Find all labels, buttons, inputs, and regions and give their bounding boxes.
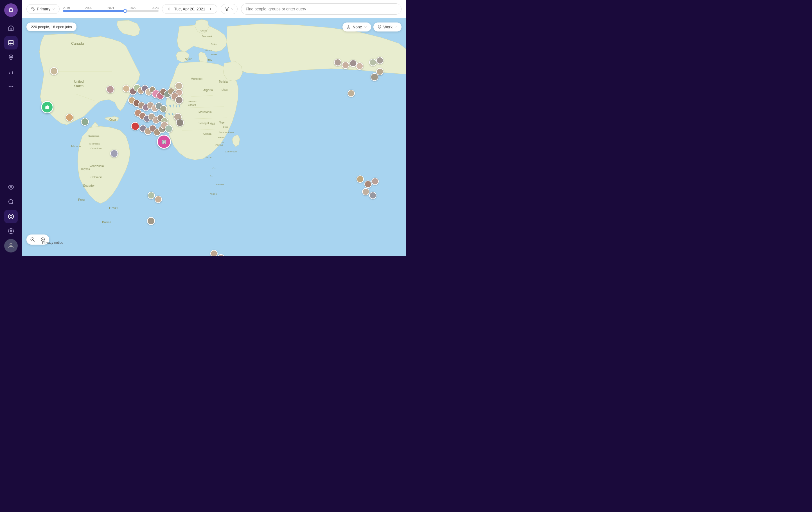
eu-pin-2[interactable] bbox=[342, 62, 349, 69]
africa-pin-2[interactable] bbox=[365, 180, 372, 188]
sidebar-item-more[interactable] bbox=[4, 80, 18, 93]
person-pin-2[interactable] bbox=[65, 114, 74, 121]
svg-point-14 bbox=[10, 216, 12, 217]
person-pin-3[interactable] bbox=[81, 118, 89, 126]
svg-text:Libya: Libya bbox=[222, 88, 228, 91]
zoom-divider bbox=[38, 237, 38, 243]
eu-pin-5[interactable] bbox=[369, 59, 376, 66]
year-2021: 2021 bbox=[108, 6, 114, 9]
eu-pin-6[interactable] bbox=[376, 57, 383, 64]
person-pin-41[interactable] bbox=[175, 96, 183, 104]
svg-point-9 bbox=[10, 86, 11, 87]
sidebar-item-plugin[interactable] bbox=[4, 210, 18, 223]
search-input[interactable] bbox=[241, 3, 402, 15]
map-area[interactable]: North Atlantic Ocean Canada United State… bbox=[22, 18, 406, 256]
sidebar-item-documents[interactable] bbox=[4, 36, 18, 50]
svg-text:Burkina Faso: Burkina Faso bbox=[219, 131, 234, 134]
sa-pin-3[interactable] bbox=[210, 250, 218, 256]
topbar: Primary 2019 2020 2021 2022 2023 Tue, Ap bbox=[22, 0, 406, 18]
africa-pin-3[interactable] bbox=[371, 178, 379, 185]
slider-track[interactable] bbox=[63, 10, 158, 12]
person-pin-1[interactable] bbox=[50, 67, 58, 75]
svg-point-83 bbox=[379, 26, 380, 27]
sidebar-item-eye[interactable] bbox=[4, 180, 18, 194]
info-badge-text: 220 people, 18 open jobs bbox=[31, 25, 72, 29]
svg-text:Sahara: Sahara bbox=[188, 104, 196, 106]
year-2020: 2020 bbox=[85, 6, 92, 9]
sa-pin-1[interactable] bbox=[148, 192, 155, 199]
north-pin[interactable] bbox=[175, 82, 183, 90]
privacy-notice[interactable]: Privacy notice bbox=[42, 241, 63, 245]
africa-pin-5[interactable] bbox=[369, 192, 376, 199]
svg-text:Colombia: Colombia bbox=[90, 176, 103, 179]
primary-button[interactable]: Primary bbox=[26, 4, 60, 14]
svg-text:United: United bbox=[200, 30, 207, 32]
svg-rect-0 bbox=[9, 40, 13, 45]
person-pin-4[interactable] bbox=[106, 85, 114, 93]
svg-text:Namibia: Namibia bbox=[216, 183, 224, 186]
eu-spain-pin[interactable] bbox=[348, 90, 355, 97]
filter-button[interactable] bbox=[221, 4, 238, 14]
sidebar bbox=[0, 0, 22, 256]
office-pin-west[interactable] bbox=[41, 101, 53, 113]
svg-text:Mali: Mali bbox=[210, 122, 215, 125]
svg-point-10 bbox=[12, 86, 13, 87]
svg-text:Niger: Niger bbox=[219, 121, 226, 124]
sidebar-item-home[interactable] bbox=[4, 21, 18, 35]
person-pin-27[interactable] bbox=[160, 105, 167, 112]
svg-text:Nicaragua: Nicaragua bbox=[89, 143, 100, 145]
svg-point-77 bbox=[348, 26, 349, 26]
svg-marker-23 bbox=[225, 7, 229, 11]
date-navigation[interactable]: Tue, Apr 20, 2021 bbox=[162, 4, 218, 14]
svg-point-12 bbox=[9, 200, 13, 204]
svg-text:D...: D... bbox=[212, 166, 216, 169]
svg-text:Tunisia: Tunisia bbox=[219, 80, 228, 83]
svg-text:Morocco: Morocco bbox=[191, 77, 202, 80]
africa-pin-1[interactable] bbox=[356, 175, 364, 183]
timeline-slider[interactable]: 2019 2020 2021 2022 2023 bbox=[63, 6, 158, 12]
svg-line-13 bbox=[12, 203, 13, 204]
svg-text:Venezuela: Venezuela bbox=[89, 164, 104, 168]
sidebar-item-settings[interactable] bbox=[4, 224, 18, 238]
africa-pin-4[interactable] bbox=[362, 188, 370, 195]
svg-text:Guatemala: Guatemala bbox=[88, 135, 99, 137]
user-avatar[interactable] bbox=[4, 239, 18, 253]
timeline-labels: 2019 2020 2021 2022 2023 bbox=[63, 6, 158, 9]
svg-text:Guyana: Guyana bbox=[81, 168, 90, 170]
svg-text:R...: R... bbox=[210, 175, 213, 177]
zoom-in-button[interactable] bbox=[29, 236, 36, 244]
work-control-button[interactable]: Work bbox=[373, 23, 402, 31]
svg-point-19 bbox=[31, 7, 33, 9]
map-top-right-controls: None Work bbox=[343, 23, 402, 31]
sidebar-item-location[interactable] bbox=[4, 51, 18, 64]
svg-rect-85 bbox=[47, 108, 48, 109]
svg-text:Pola...: Pola... bbox=[211, 43, 218, 45]
world-map: North Atlantic Ocean Canada United State… bbox=[22, 18, 406, 256]
cluster-pin-purple[interactable]: 🏢 bbox=[157, 135, 171, 149]
person-pin-red[interactable] bbox=[131, 122, 140, 131]
eu-pin-8[interactable] bbox=[376, 68, 383, 75]
person-pin-45[interactable] bbox=[165, 125, 173, 133]
svg-text:Senegal: Senegal bbox=[199, 122, 209, 125]
person-pin-43[interactable] bbox=[176, 119, 184, 126]
peru-pin[interactable] bbox=[147, 217, 155, 225]
sa-pin-2[interactable] bbox=[155, 196, 162, 203]
svg-point-17 bbox=[10, 230, 12, 232]
sidebar-item-search[interactable] bbox=[4, 195, 18, 209]
slider-thumb[interactable] bbox=[123, 9, 127, 13]
svg-text:Mauritania: Mauritania bbox=[199, 111, 212, 114]
person-pin-5[interactable] bbox=[110, 149, 118, 158]
eu-pin-1[interactable] bbox=[334, 59, 341, 66]
sidebar-item-analytics[interactable] bbox=[4, 65, 18, 79]
app-logo[interactable] bbox=[4, 3, 18, 17]
svg-text:Western: Western bbox=[188, 100, 197, 103]
svg-text:Ecuador: Ecuador bbox=[83, 184, 95, 187]
year-2019: 2019 bbox=[63, 6, 70, 9]
none-control-button[interactable]: None bbox=[343, 23, 371, 31]
svg-text:Gabon: Gabon bbox=[205, 156, 211, 159]
person-pin-6[interactable] bbox=[123, 85, 130, 92]
svg-text:Angola: Angola bbox=[210, 193, 217, 195]
eu-pin-4[interactable] bbox=[356, 62, 363, 70]
svg-text:Chad: Chad bbox=[223, 126, 228, 128]
svg-text:Denmark: Denmark bbox=[202, 35, 212, 38]
